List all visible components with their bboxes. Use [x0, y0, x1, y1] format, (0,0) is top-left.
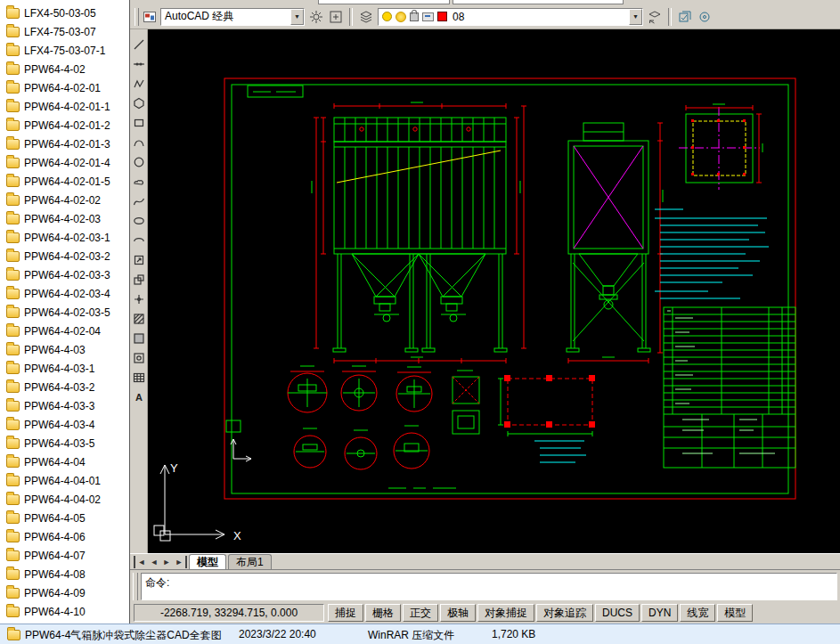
file-list-item[interactable]: PPW64-4-02-02	[0, 191, 129, 209]
spline-tool-icon[interactable]	[131, 193, 147, 209]
layer-properties-icon[interactable]	[356, 7, 376, 27]
chevron-down-icon[interactable]: ▼	[629, 9, 642, 25]
file-list-item[interactable]: PPW64-4-02-01-5	[0, 172, 129, 191]
file-list-item[interactable]: PPW64-4-10	[0, 602, 129, 621]
file-list-item[interactable]: PPW64-4-04-02	[0, 490, 129, 509]
construction-line-tool-icon[interactable]	[131, 56, 147, 72]
status-toggle-button[interactable]: 对象捕捉	[477, 604, 534, 622]
file-list-item[interactable]: PPW64-4-02-03-4	[0, 284, 129, 303]
file-list-item[interactable]: PPW64-4-02-03-1	[0, 228, 129, 247]
gradient-tool-icon[interactable]	[131, 330, 147, 346]
file-list-item[interactable]: PPW64-4-06	[0, 527, 129, 546]
tab-layout1[interactable]: 布局1	[228, 554, 272, 569]
file-name: LFX4-50-03-05	[24, 7, 96, 20]
file-list-item[interactable]: PPW64-4-02-03-2	[0, 247, 129, 265]
file-list-item[interactable]: PPW64-4-02	[0, 60, 129, 78]
file-list-item[interactable]: PPW64-4-02-03-3	[0, 265, 129, 284]
layer-states-icon[interactable]	[675, 7, 695, 27]
status-toggle-button[interactable]: 模型	[717, 604, 753, 622]
file-list-item[interactable]: PPW64-4-09	[0, 583, 129, 602]
chevron-down-icon[interactable]: ▼	[290, 9, 304, 25]
revision-cloud-tool-icon[interactable]	[131, 174, 147, 190]
arc-tool-icon[interactable]	[131, 135, 147, 151]
last-tab-icon[interactable]: ►	[173, 556, 187, 568]
file-name: PPW64-4-09	[24, 587, 86, 599]
file-list-item[interactable]: PPW64-4-03-1	[0, 359, 129, 378]
file-list-item[interactable]: PPW64-4-03-5	[0, 434, 129, 452]
workspace-settings-icon[interactable]	[306, 7, 326, 27]
prev-tab-icon[interactable]: ◄	[148, 556, 160, 568]
file-list-item[interactable]: PPW64-4-03-3	[0, 396, 129, 415]
file-list-item[interactable]: PPW64-4-02-03-5	[0, 303, 129, 322]
command-window-grip[interactable]	[133, 573, 138, 600]
drawing-canvas[interactable]: Y X	[148, 29, 840, 553]
make-block-tool-icon[interactable]	[131, 272, 147, 288]
tab-model[interactable]: 模型	[189, 554, 226, 569]
side-view	[567, 123, 663, 363]
file-list-item[interactable]: PPW64-4-08	[0, 565, 129, 583]
file-list-item[interactable]: PPW64-4-03	[0, 340, 129, 359]
dwg-file-icon	[6, 588, 20, 599]
status-toggle-button[interactable]: DYN	[641, 604, 678, 622]
coordinates-display[interactable]: -2268.719, 33294.715, 0.000	[134, 604, 324, 622]
file-name: LFX4-75-03-07-1	[24, 45, 105, 57]
circle-tool-icon[interactable]	[131, 154, 147, 170]
file-list-item[interactable]: PPW64-4-02-03	[0, 209, 129, 228]
status-toggle-button[interactable]: 捕捉	[328, 604, 363, 622]
file-list-item[interactable]: LFX4-75-03-07-1	[0, 41, 129, 60]
file-list-item[interactable]: PPW64-4-02-01-4	[0, 153, 129, 172]
layer-freeze-sun-icon[interactable]	[396, 12, 406, 22]
layer-previous-icon[interactable]	[645, 7, 665, 27]
workspace-combobox[interactable]: AutoCAD 经典 ▼	[160, 8, 305, 26]
dwg-file-icon	[6, 363, 20, 374]
file-list-item[interactable]: PPW64-4-04-01	[0, 471, 129, 490]
file-list-item[interactable]: PPW64-4-02-01-2	[0, 116, 129, 135]
file-list-item[interactable]: PPW64-4-07	[0, 546, 129, 565]
file-list-item[interactable]: PPW64-4-03-4	[0, 415, 129, 434]
layer-isolate-icon[interactable]	[695, 7, 714, 27]
status-toggle-button[interactable]: 对象追踪	[536, 604, 593, 622]
toolbar-grip[interactable]	[135, 8, 139, 26]
file-name: LFX4-75-03-07	[24, 26, 96, 38]
file-list-item[interactable]: LFX4-75-03-07	[0, 22, 129, 41]
polygon-tool-icon[interactable]	[131, 95, 147, 111]
ellipse-tool-icon[interactable]	[131, 213, 147, 229]
layer-on-bulb-icon[interactable]	[382, 12, 392, 21]
layer-plot-icon[interactable]	[422, 12, 434, 21]
layer-combobox[interactable]: 08 ▼	[378, 8, 643, 26]
mtext-tool-icon[interactable]: A	[131, 389, 147, 405]
first-tab-icon[interactable]: ◄	[134, 556, 148, 568]
hatch-tool-icon[interactable]	[131, 311, 147, 327]
file-name: PPW64-4-02-03-4	[24, 288, 110, 300]
command-input[interactable]: 命令:	[141, 573, 837, 600]
file-list-item[interactable]: PPW64-4-02-01-1	[0, 97, 129, 116]
file-list-item[interactable]: PPW64-4-02-04	[0, 322, 129, 340]
insert-block-tool-icon[interactable]	[131, 252, 147, 268]
status-toggle-button[interactable]: 正交	[403, 604, 438, 622]
ucs-icon: Y X	[154, 461, 241, 542]
next-tab-icon[interactable]: ►	[160, 556, 173, 568]
status-toggle-button[interactable]: 线宽	[680, 604, 715, 622]
layer-lock-icon[interactable]	[410, 12, 419, 21]
point-tool-icon[interactable]	[131, 291, 147, 307]
status-toggle-button[interactable]: 极轴	[440, 604, 476, 622]
line-tool-icon[interactable]	[131, 37, 147, 53]
status-toggle-button[interactable]: DUCS	[595, 604, 640, 622]
file-list-item[interactable]: PPW64-4-04	[0, 452, 129, 471]
file-name: PPW64-4-08	[24, 568, 86, 581]
region-tool-icon[interactable]	[131, 350, 147, 366]
autocad-window: AutoCAD 经典 ▼	[130, 0, 840, 624]
table-tool-icon[interactable]	[131, 370, 147, 386]
polyline-tool-icon[interactable]	[131, 76, 147, 92]
notes-text-block	[655, 209, 769, 298]
file-list-item[interactable]: PPW64-4-03-2	[0, 378, 129, 396]
file-list-item[interactable]: PPW64-4-02-01	[0, 78, 129, 97]
status-toggle-button[interactable]: 栅格	[365, 604, 401, 622]
rectangle-tool-icon[interactable]	[131, 115, 147, 131]
file-list-item[interactable]: PPW64-4-02-01-3	[0, 135, 129, 153]
selected-file-row[interactable]: PPW64-4气箱脉冲袋式除尘器CAD全套图 2023/3/22 20:40 W…	[0, 624, 840, 644]
ellipse-arc-tool-icon[interactable]	[131, 232, 147, 249]
save-workspace-icon[interactable]	[326, 7, 346, 27]
file-list-item[interactable]: PPW64-4-05	[0, 509, 129, 527]
file-list-item[interactable]: LFX4-50-03-05	[0, 4, 129, 22]
